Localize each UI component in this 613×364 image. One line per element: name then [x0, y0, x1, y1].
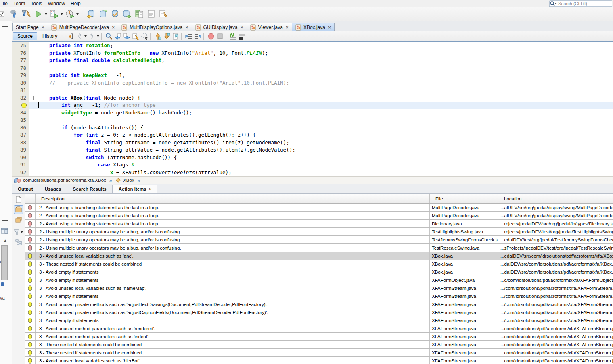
db-fetch-button[interactable]: [86, 9, 96, 19]
box-button[interactable]: [14, 205, 23, 214]
bottom-tab-usages[interactable]: Usages: [39, 185, 67, 193]
tab-close-icon[interactable]: ×: [111, 25, 115, 30]
stop-macro-button[interactable]: [215, 32, 224, 40]
next-bookmark-button[interactable]: [162, 32, 171, 40]
table-row[interactable]: 3 - These nested if statements could be …: [25, 349, 613, 357]
search-icon[interactable]: [550, 1, 557, 6]
header-description[interactable]: Description: [36, 194, 430, 203]
prev-bookmark-button[interactable]: [153, 32, 162, 40]
tab-guidisplay-java[interactable]: GUIDisplay.java×: [192, 23, 247, 31]
build-button[interactable]: [9, 9, 19, 19]
table-row[interactable]: 3 - Avoid empty if statementsXFAFormObje…: [25, 276, 613, 284]
back-button[interactable]: [75, 32, 84, 40]
db-export-button[interactable]: [122, 9, 132, 19]
dock-window-icon[interactable]: [1, 228, 8, 236]
file-button[interactable]: [14, 195, 23, 204]
shift-left-button[interactable]: [184, 32, 193, 40]
source-view-button[interactable]: Source: [13, 32, 37, 40]
table-row[interactable]: 2 - Avoid using a branching statement as…: [25, 204, 613, 212]
profile-button[interactable]: [65, 9, 75, 19]
breadcrumb-item[interactable]: XBox: [114, 177, 136, 183]
table-row[interactable]: 3 - These nested if statements could be …: [25, 341, 613, 349]
quick-search[interactable]: Search (Ctrl+I): [549, 0, 612, 7]
tab-viewer-java[interactable]: Viewer.java×: [247, 23, 292, 31]
rect-selection-button[interactable]: [140, 32, 149, 40]
back-dropdown[interactable]: [84, 32, 88, 40]
table-row[interactable]: 3 - Avoid unused method parameters such …: [25, 333, 613, 341]
bottom-tab-search-results[interactable]: Search Results: [67, 185, 113, 193]
table-row[interactable]: 2 - Using multiple unary operators may b…: [25, 236, 613, 244]
menu-team[interactable]: Team: [10, 0, 28, 7]
table-row[interactable]: 3 - Avoid empty if statementsXFAFormStre…: [25, 292, 613, 300]
profile-dropdown[interactable]: [76, 9, 80, 19]
code-line[interactable]: 80 // private XFontInfo captionFontInfo …: [12, 79, 613, 87]
code-line[interactable]: 84 widgetType = node.getNodeName().hashC…: [12, 109, 613, 117]
table-row[interactable]: 2 - Using multiple unary operators may b…: [25, 228, 613, 236]
table-row[interactable]: 2 - Avoid using a branching statement as…: [25, 212, 613, 220]
clean-build-button[interactable]: [21, 9, 31, 19]
checkbox-button[interactable]: [0, 9, 7, 19]
tab-close-icon[interactable]: ×: [327, 25, 331, 30]
toggle-bookmark-button[interactable]: [171, 32, 180, 40]
code-line[interactable]: 77 private final double calculatedHeight…: [12, 57, 613, 64]
code-line[interactable]: 75 private int rotation;: [12, 42, 613, 50]
tab-close-icon[interactable]: ×: [149, 187, 152, 191]
debug-dropdown[interactable]: [60, 9, 64, 19]
menu-window[interactable]: Window: [45, 0, 68, 7]
diff-button[interactable]: [134, 9, 144, 19]
menu-tools[interactable]: Tools: [28, 0, 45, 7]
forward-button[interactable]: [88, 32, 96, 40]
table-row[interactable]: 2 - Avoid using a branching statement as…: [25, 220, 613, 228]
tab-multidisplayoptions-java[interactable]: MultiDisplayOptions.java×: [118, 23, 192, 31]
tab-close-icon[interactable]: ×: [185, 25, 188, 30]
table-row[interactable]: 3 - Avoid unused local variables such as…: [25, 284, 613, 292]
debug-button[interactable]: [49, 9, 59, 19]
table-row[interactable]: 3 - Avoid unused private methods such as…: [25, 308, 613, 316]
code-line[interactable]: 87 for (int z = 0; z < node.getAttribute…: [12, 131, 613, 139]
code-line[interactable]: 85: [12, 116, 613, 124]
filter-button[interactable]: [14, 228, 23, 237]
tab-start-page[interactable]: Start Page×: [12, 23, 48, 31]
db-new-button[interactable]: [98, 9, 108, 19]
bottom-tab-output[interactable]: Output: [12, 185, 39, 193]
prev-occurrence-button[interactable]: [113, 32, 122, 40]
boxes-button[interactable]: [14, 215, 23, 224]
table-row[interactable]: 3 - Avoid unused method parameters such …: [25, 324, 613, 333]
header-location[interactable]: Location: [498, 194, 613, 203]
code-line[interactable]: 82 public XBox(final Node node) {: [12, 94, 613, 102]
code-line[interactable]: 89 final String attrValue = node.getAttr…: [12, 146, 613, 154]
code-line[interactable]: 76 private XFontInfo formFontInfo = new …: [12, 50, 613, 57]
clean-doc-button[interactable]: [158, 9, 169, 19]
bottom-tab-action-items[interactable]: Action Items×: [113, 185, 158, 193]
highlight-button[interactable]: [131, 32, 140, 40]
code-line[interactable]: 90 switch (attrName.hashCode()) {: [12, 154, 613, 162]
last-edit-button[interactable]: [66, 32, 75, 40]
table-row[interactable]: 3 - Avoid unused local variables such as…: [25, 252, 613, 260]
breadcrumb-item[interactable]: com.idrsolutions.pdf.acroforms.xfa.XBox: [12, 177, 108, 183]
code-line[interactable]: 81: [12, 87, 613, 94]
table-row[interactable]: 3 - Avoid empty if statementsXBox.java..…: [25, 268, 613, 276]
code-line[interactable]: 79 public int keepNext = -1;: [12, 72, 613, 79]
list-button[interactable]: [146, 9, 157, 19]
find-selection-button[interactable]: [105, 32, 113, 40]
run-button[interactable]: [33, 9, 44, 19]
table-row[interactable]: 3 - Avoid unused local variables such as…: [25, 357, 613, 364]
code-line[interactable]: 91 case XTags.X:: [12, 161, 613, 169]
history-view-button[interactable]: History: [38, 32, 62, 40]
minimize-button[interactable]: [2, 26, 8, 27]
table-row[interactable]: 3 - Avoid unused private methods such as…: [25, 300, 613, 308]
tab-close-icon[interactable]: ×: [41, 25, 44, 30]
menu-help[interactable]: Help: [68, 0, 84, 7]
table-row[interactable]: 3 - Avoid empty if statementsXFAFormStre…: [25, 316, 613, 324]
header-severity[interactable]: [25, 194, 36, 203]
comment-button[interactable]: [229, 32, 238, 40]
table-row[interactable]: 2 - Using multiple unary operators may b…: [25, 244, 613, 252]
code-line[interactable]: 92 x = XFAUtils.convertToPoints(attrValu…: [12, 169, 613, 177]
record-macro-button[interactable]: [207, 32, 215, 40]
uncomment-button[interactable]: [238, 32, 247, 40]
run-dropdown[interactable]: [44, 9, 48, 19]
scroll-up-icon[interactable]: ▲: [3, 238, 7, 243]
tab-multipagedecoder-java[interactable]: MultiPageDecoder.java×: [48, 23, 118, 31]
code-line[interactable]: 88 final String attrName = node.getAttri…: [12, 139, 613, 147]
tab-xbox-java[interactable]: XBox.java×: [292, 23, 335, 31]
